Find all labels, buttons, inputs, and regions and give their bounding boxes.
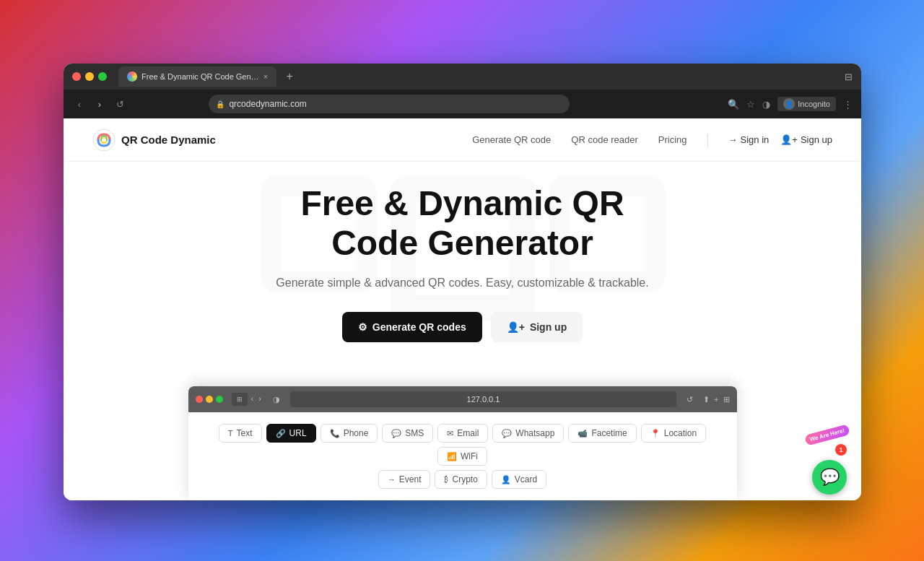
tab-text-label: Text xyxy=(237,428,253,438)
inner-action-buttons: ⬆ + ⊞ xyxy=(703,395,729,404)
theme-icon[interactable]: ◑ xyxy=(762,99,770,110)
signup-icon: 👤+ xyxy=(780,134,798,145)
inner-address-field[interactable]: 127.0.0.1 xyxy=(290,391,676,407)
browser-title-bar: Free & Dynamic QR Code Gen… × + ⊟ xyxy=(64,64,861,90)
profile-label: Incognito xyxy=(798,100,830,108)
tab-crypto[interactable]: ₿ Crypto xyxy=(435,470,487,489)
inner-forward-button[interactable]: › xyxy=(257,393,263,406)
maximize-window-button[interactable] xyxy=(98,72,107,81)
tab-phone[interactable]: 📞 Phone xyxy=(321,424,378,443)
inner-share-icon[interactable]: ⬆ xyxy=(703,395,710,404)
url-text: qrcodedynamic.com xyxy=(229,99,306,109)
active-tab[interactable]: Free & Dynamic QR Code Gen… × xyxy=(118,66,276,87)
facetime-icon: 📹 xyxy=(578,429,588,438)
tab-facetime[interactable]: 📹 Facetime xyxy=(568,424,636,443)
lock-icon: 🔒 xyxy=(216,100,225,108)
new-tab-button[interactable]: + xyxy=(279,66,300,87)
sms-icon: 💬 xyxy=(391,429,401,438)
tab-sms-label: SMS xyxy=(405,428,424,438)
tab-url-label: URL xyxy=(289,428,307,438)
tab-favicon xyxy=(127,71,137,82)
zoom-icon[interactable]: 🔍 xyxy=(728,99,739,110)
tab-close-button[interactable]: × xyxy=(263,72,268,81)
tab-text[interactable]: T Text xyxy=(219,424,262,443)
reload-button[interactable]: ↺ xyxy=(113,99,127,110)
inner-browser-preview: ⊞ ‹ › ◑ 127.0.0.1 ↺ ⬆ + ⊞ xyxy=(188,386,737,500)
address-field[interactable]: 🔒 qrcodedynamic.com xyxy=(209,95,570,113)
url-icon: 🔗 xyxy=(276,429,286,438)
chat-icon: 💬 xyxy=(820,468,840,487)
whatsapp-icon: 💬 xyxy=(502,429,512,438)
inner-back-button[interactable]: ‹ xyxy=(250,393,256,406)
inner-url: 127.0.0.1 xyxy=(467,395,500,404)
tab-wifi[interactable]: 📶 WiFi xyxy=(437,447,487,466)
profile-button[interactable]: 👤 Incognito xyxy=(777,97,836,111)
logo-icon xyxy=(92,129,116,152)
nav-qr-reader[interactable]: QR code reader xyxy=(571,134,638,145)
hero-signup-icon: 👤+ xyxy=(507,321,525,333)
inner-browser-content: T Text 🔗 URL 📞 Phone 💬 xyxy=(188,412,737,500)
chat-widget[interactable]: We Are Here! 💬 1 xyxy=(789,437,847,495)
tab-wifi-label: WiFi xyxy=(461,451,478,461)
inner-reload-button[interactable]: ↺ xyxy=(687,395,693,404)
crypto-icon: ₿ xyxy=(444,475,448,484)
chat-button[interactable]: 💬 xyxy=(812,460,847,495)
inner-tab-icon: ⊞ xyxy=(237,396,243,403)
nav-divider xyxy=(707,134,708,147)
tab-url[interactable]: 🔗 URL xyxy=(266,424,316,443)
menu-icon[interactable]: ⋮ xyxy=(843,99,853,110)
tab-event[interactable]: → Event xyxy=(378,470,431,489)
generate-qr-button[interactable]: ⚙ Generate QR codes xyxy=(342,312,482,342)
phone-icon: 📞 xyxy=(330,429,340,438)
wifi-icon: 📶 xyxy=(447,452,457,461)
signup-label: Sign up xyxy=(801,134,832,145)
tab-crypto-label: Crypto xyxy=(452,474,477,484)
site-navbar: QR Code Dynamic Generate QR code QR code… xyxy=(64,118,861,162)
tab-facetime-label: Facetime xyxy=(591,428,627,438)
tab-vcard-label: Vcard xyxy=(515,474,537,484)
tab-event-label: Event xyxy=(399,474,422,484)
window-minimize-icon[interactable]: ⊟ xyxy=(845,71,853,82)
bookmark-icon[interactable]: ☆ xyxy=(746,99,755,110)
profile-avatar-icon: 👤 xyxy=(783,98,795,110)
hero-signup-button[interactable]: 👤+ Sign up xyxy=(491,312,583,342)
qr-type-tabs-row1: T Text 🔗 URL 📞 Phone 💬 xyxy=(203,424,723,466)
inner-minimize-button[interactable] xyxy=(206,396,213,403)
window-controls-right: ⊟ xyxy=(845,71,853,82)
tab-vcard[interactable]: 👤 Vcard xyxy=(492,470,546,489)
signin-label: Sign in xyxy=(741,134,770,145)
email-icon: ✉ xyxy=(447,429,453,438)
nav-signup-button[interactable]: 👤+ Sign up xyxy=(780,134,832,145)
address-bar-right-controls: 🔍 ☆ ◑ 👤 Incognito ⋮ xyxy=(728,97,853,111)
generate-icon: ⚙ xyxy=(358,321,367,333)
inner-nav-buttons: ⊞ ‹ › xyxy=(232,393,263,406)
tab-sms[interactable]: 💬 SMS xyxy=(382,424,433,443)
hero-buttons: ⚙ Generate QR codes 👤+ Sign up xyxy=(275,312,650,342)
text-icon: T xyxy=(228,429,233,438)
location-icon: 📍 xyxy=(650,429,661,438)
inner-browser-bar: ⊞ ‹ › ◑ 127.0.0.1 ↺ ⬆ + ⊞ xyxy=(188,386,737,412)
inner-close-button[interactable] xyxy=(196,396,203,403)
nav-generate-qr[interactable]: Generate QR code xyxy=(472,134,551,145)
nav-auth: → Sign in 👤+ Sign up xyxy=(728,134,832,145)
signin-icon: → xyxy=(728,134,738,145)
back-button[interactable]: ‹ xyxy=(72,99,87,110)
inner-grid-icon[interactable]: ⊞ xyxy=(723,395,730,404)
traffic-lights xyxy=(72,72,107,81)
minimize-window-button[interactable] xyxy=(85,72,94,81)
notification-badge: 1 xyxy=(835,444,847,456)
inner-add-icon[interactable]: + xyxy=(714,395,718,404)
browser-window: Free & Dynamic QR Code Gen… × + ⊟ ‹ › ↺ … xyxy=(64,64,861,500)
tab-email[interactable]: ✉ Email xyxy=(437,424,488,443)
tab-whatsapp[interactable]: 💬 Whatsapp xyxy=(492,424,564,443)
tab-email-label: Email xyxy=(457,428,479,438)
logo-area[interactable]: QR Code Dynamic xyxy=(92,129,216,152)
nav-pricing[interactable]: Pricing xyxy=(658,134,687,145)
forward-button[interactable]: › xyxy=(92,99,107,110)
tab-location[interactable]: 📍 Location xyxy=(641,424,706,443)
signin-button[interactable]: → Sign in xyxy=(728,134,770,145)
close-window-button[interactable] xyxy=(72,72,81,81)
inner-theme-icon[interactable]: ◑ xyxy=(273,395,280,404)
inner-tabs-icon[interactable]: ⊞ xyxy=(232,393,248,406)
inner-maximize-button[interactable] xyxy=(216,396,223,403)
